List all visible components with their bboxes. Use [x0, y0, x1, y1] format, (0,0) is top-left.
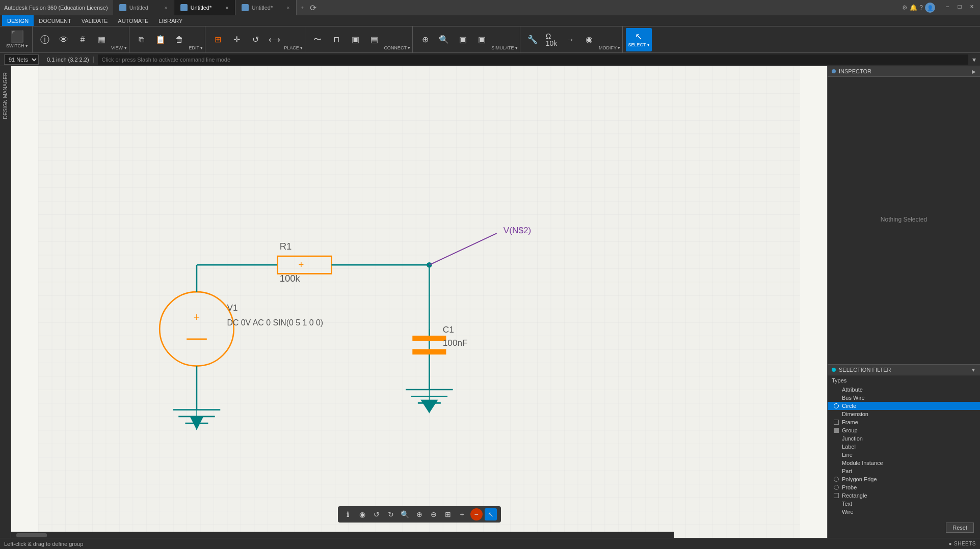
select-button[interactable]: ↖ SELECT ▾ — [626, 28, 651, 51]
edit-delete-button[interactable]: 🗑 — [170, 28, 189, 51]
command-dropdown[interactable]: ▾ — [972, 56, 976, 64]
tab-close-1[interactable]: × — [164, 5, 167, 11]
maximize-button[interactable]: □ — [956, 3, 964, 11]
connect-label-button[interactable]: ▣ — [346, 28, 364, 51]
main-area: DESIGN MANAGER + R1 100k — [0, 66, 980, 538]
toolbar-grid-btn[interactable]: ⊞ — [442, 508, 454, 520]
modify-color-button[interactable]: ◉ — [580, 28, 598, 51]
grid-icon: # — [81, 36, 85, 44]
toolbar-zoomin-btn[interactable]: ⊕ — [413, 508, 426, 520]
inspector-header: INSPECTOR ▶ — [828, 66, 980, 77]
tab-close-3[interactable]: × — [286, 5, 289, 11]
toolbar-group-switch: ⬛ SWITCH ▾ — [2, 26, 33, 52]
type-item-wire[interactable]: Wire — [828, 508, 980, 516]
menu-design[interactable]: DESIGN — [2, 15, 34, 26]
menu-validate[interactable]: VALIDATE — [76, 15, 113, 26]
bottom-toolbar: ℹ ◉ ↺ ↻ 🔍 ⊕ ⊖ ⊞ + − ↖ — [338, 506, 501, 523]
edit-copy-button[interactable]: ⧉ — [133, 28, 151, 51]
toolbar-redo-btn[interactable]: ↻ — [385, 508, 397, 520]
view-grid-button[interactable]: # — [73, 28, 92, 51]
menubar: DESIGN DOCUMENT VALIDATE AUTOMATE LIBRAR… — [0, 15, 980, 26]
tab-close-2[interactable]: × — [225, 5, 228, 11]
design-manager-tab[interactable]: DESIGN MANAGER — [1, 68, 10, 123]
sim-waveform-button[interactable]: ▣ — [454, 28, 472, 51]
type-item-circle[interactable]: Circle — [828, 402, 980, 410]
tab-bar: Untitled × Untitled* × Untitled* × + ⟳ — [113, 0, 903, 15]
color-icon: ◉ — [586, 36, 593, 44]
connect-power-button[interactable]: ▤ — [365, 28, 383, 51]
type-item-text[interactable]: Text — [828, 500, 980, 508]
tab-untitled-1[interactable]: Untitled × — [113, 0, 174, 15]
toolbar-select-btn[interactable]: ↖ — [485, 508, 497, 520]
place-move-button[interactable]: ✛ — [227, 28, 246, 51]
toolbar-zoomout-btn[interactable]: ⊖ — [428, 508, 440, 520]
tab-icon-2 — [180, 4, 188, 11]
net-selector[interactable]: 91 Nets — [4, 54, 39, 65]
type-item-label[interactable]: Label — [828, 443, 980, 451]
type-item-module-instance[interactable]: Module Instance — [828, 459, 980, 467]
svg-rect-1 — [38, 66, 800, 538]
place-net-button[interactable]: ⊞ — [208, 28, 227, 51]
horizontal-scrollbar[interactable] — [11, 532, 674, 538]
type-item-polygon-edge[interactable]: Polygon Edge — [828, 475, 980, 483]
toolbar-zoom-btn[interactable]: 🔍 — [399, 508, 411, 520]
type-item-dimension[interactable]: Dimension — [828, 410, 980, 418]
type-item-group[interactable]: Group — [828, 426, 980, 434]
inspector-collapse[interactable]: ▶ — [972, 69, 976, 74]
type-item-attribute[interactable]: Attribute — [828, 386, 980, 394]
reset-button[interactable]: Reset — [946, 523, 974, 533]
sim-probe-button[interactable]: 🔍 — [435, 28, 453, 51]
eye-icon: 👁 — [59, 35, 68, 44]
new-tab-button[interactable]: + — [297, 0, 308, 15]
menu-automate[interactable]: AUTOMATE — [113, 15, 153, 26]
canvas[interactable]: + R1 100k V(N$2) + V — [11, 66, 827, 538]
type-item-rectangle[interactable]: Rectangle — [828, 491, 980, 500]
place-undo-button[interactable]: ↺ — [246, 28, 264, 51]
type-item-part[interactable]: Part — [828, 467, 980, 475]
type-item-bus-wire[interactable]: Bus Wire — [828, 394, 980, 402]
user-icon[interactable]: 👤 — [925, 3, 935, 13]
inspector-dot — [832, 69, 836, 73]
edit-paste-button[interactable]: 📋 — [151, 28, 170, 51]
place-mirror-button[interactable]: ⟷ — [265, 28, 283, 51]
view-eye-button[interactable]: 👁 — [55, 28, 73, 51]
switch-button[interactable]: ⬛ SWITCH ▾ — [4, 28, 30, 51]
tab-untitled-2[interactable]: Untitled* × — [174, 0, 235, 15]
type-item-junction[interactable]: Junction — [828, 434, 980, 443]
toolbar-eye-btn[interactable]: ◉ — [356, 508, 368, 520]
modify-properties-button[interactable]: 🔧 — [523, 28, 542, 51]
type-item-frame[interactable]: Frame — [828, 418, 980, 426]
toolbar-remove-btn[interactable]: − — [470, 508, 483, 520]
view-info-button[interactable]: ⓘ — [36, 28, 54, 51]
connect-wire-button[interactable]: 〜 — [308, 28, 327, 51]
undo-icon: ↺ — [252, 36, 259, 44]
layers-icon: ▦ — [98, 36, 105, 44]
toolbar-undo-btn[interactable]: ↺ — [370, 508, 383, 520]
minimize-button[interactable]: − — [943, 3, 951, 11]
toolbar-add-btn[interactable]: + — [456, 508, 468, 520]
modify-rename-button[interactable]: → — [561, 28, 579, 51]
settings-icon[interactable]: ⚙ — [902, 4, 908, 11]
toolbar-info-btn[interactable]: ℹ — [342, 508, 354, 520]
view-layers-button[interactable]: ▦ — [92, 28, 111, 51]
close-button[interactable]: × — [968, 3, 976, 11]
help-icon[interactable]: ? — [919, 4, 923, 11]
type-label: Polygon Edge — [842, 476, 877, 482]
type-item-probe[interactable]: Probe — [828, 483, 980, 491]
refresh-button[interactable]: ⟳ — [308, 0, 319, 15]
selection-filter-collapse[interactable]: ▼ — [971, 367, 976, 373]
modify-value-button[interactable]: Ω10k — [542, 28, 561, 51]
command-input[interactable] — [98, 54, 968, 65]
type-item-line[interactable]: Line — [828, 451, 980, 459]
inspector-content: Nothing Selected — [828, 77, 980, 362]
type-icon — [834, 428, 839, 433]
sim-run-button[interactable]: ⊕ — [416, 28, 434, 51]
connect-bus-button[interactable]: ⊓ — [327, 28, 346, 51]
scroll-thumb[interactable] — [16, 533, 47, 537]
tab-untitled-3[interactable]: Untitled* × — [235, 0, 297, 15]
inspector-title: INSPECTOR — [839, 68, 871, 74]
notification-icon[interactable]: 🔔 — [910, 4, 917, 11]
menu-library[interactable]: LIBRARY — [153, 15, 188, 26]
menu-document[interactable]: DOCUMENT — [34, 15, 76, 26]
sim-netlist-button[interactable]: ▣ — [472, 28, 491, 51]
